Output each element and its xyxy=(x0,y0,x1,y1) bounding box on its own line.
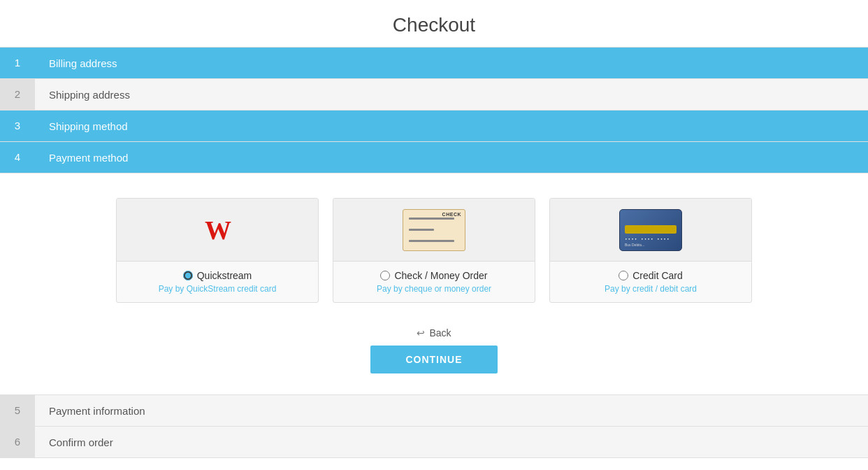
back-arrow-icon: ↩ xyxy=(417,327,425,339)
actions-container: ↩ Back CONTINUE xyxy=(0,317,868,394)
step-label-payment-method: Payment method xyxy=(35,152,128,164)
quickstream-radio[interactable] xyxy=(183,271,193,280)
continue-button[interactable]: CONTINUE xyxy=(370,346,497,373)
check-desc: Pay by cheque or money order xyxy=(342,284,526,294)
credit-card-image-container: •••• •••• •••• Bus Debits... xyxy=(550,199,751,262)
check-icon: CHECK xyxy=(403,209,465,251)
check-line-3 xyxy=(409,240,454,242)
credit-radio[interactable] xyxy=(619,271,628,280)
payment-card-check[interactable]: CHECK Check / Money Order Pay by cheque … xyxy=(333,198,535,303)
westpac-icon: W xyxy=(205,215,230,245)
step-row-confirm-order: 6 Confirm order xyxy=(0,427,868,458)
step-row-shipping-address: 2 Shipping address xyxy=(0,79,868,111)
steps-container: 1 Billing address 2 Shipping address 3 S… xyxy=(0,48,868,173)
step-label-shipping-method: Shipping method xyxy=(35,120,128,132)
credit-name: Credit Card xyxy=(632,270,683,281)
check-radio[interactable] xyxy=(380,271,390,280)
step-label-billing: Billing address xyxy=(35,57,117,69)
step-number-4: 4 xyxy=(0,142,35,173)
cc-strip xyxy=(625,225,677,234)
quickstream-label[interactable]: Quickstream xyxy=(125,270,310,281)
step-number-2: 2 xyxy=(0,79,35,110)
step-row-payment-info: 5 Payment information xyxy=(0,395,868,427)
check-name: Check / Money Order xyxy=(394,270,487,281)
bottom-steps: 5 Payment information 6 Confirm order xyxy=(0,394,868,458)
back-label: Back xyxy=(429,327,451,339)
credit-desc: Pay by credit / debit card xyxy=(558,284,743,294)
payment-card-credit[interactable]: •••• •••• •••• Bus Debits... Credit Card… xyxy=(549,198,752,303)
check-body: Check / Money Order Pay by cheque or mon… xyxy=(333,262,535,302)
step-number-5: 5 xyxy=(0,395,35,426)
payment-card-quickstream[interactable]: W Quickstream Pay by QuickStream credit … xyxy=(116,198,319,303)
check-image-container: CHECK xyxy=(333,199,535,262)
cc-numbers: •••• •••• •••• xyxy=(625,236,677,241)
credit-label[interactable]: Credit Card xyxy=(558,270,743,281)
check-line-2 xyxy=(409,229,434,231)
back-link[interactable]: ↩ Back xyxy=(417,327,451,339)
quickstream-desc: Pay by QuickStream credit card xyxy=(125,284,310,294)
step-row-shipping-method: 3 Shipping method xyxy=(0,111,868,142)
quickstream-name: Quickstream xyxy=(197,270,252,281)
cc-name: Bus Debits... xyxy=(625,243,677,247)
payment-options: W Quickstream Pay by QuickStream credit … xyxy=(0,173,868,317)
page-title: Checkout xyxy=(0,0,868,48)
step-label-confirm-order: Confirm order xyxy=(35,436,113,448)
check-label[interactable]: Check / Money Order xyxy=(342,270,526,281)
credit-body: Credit Card Pay by credit / debit card xyxy=(550,262,751,302)
step-number-1: 1 xyxy=(0,48,35,78)
step-number-3: 3 xyxy=(0,111,35,141)
step-number-6: 6 xyxy=(0,427,35,457)
quickstream-body: Quickstream Pay by QuickStream credit ca… xyxy=(117,262,318,302)
step-row-payment-method: 4 Payment method xyxy=(0,142,868,173)
check-label-text: CHECK xyxy=(442,212,461,217)
step-row-billing: 1 Billing address xyxy=(0,48,868,79)
step-label-payment-info: Payment information xyxy=(35,405,145,417)
check-line-1 xyxy=(409,218,454,220)
step-label-shipping-address: Shipping address xyxy=(35,89,130,101)
quickstream-image: W xyxy=(117,199,318,262)
westpac-logo: W xyxy=(205,215,230,245)
credit-card-icon: •••• •••• •••• Bus Debits... xyxy=(619,209,682,251)
